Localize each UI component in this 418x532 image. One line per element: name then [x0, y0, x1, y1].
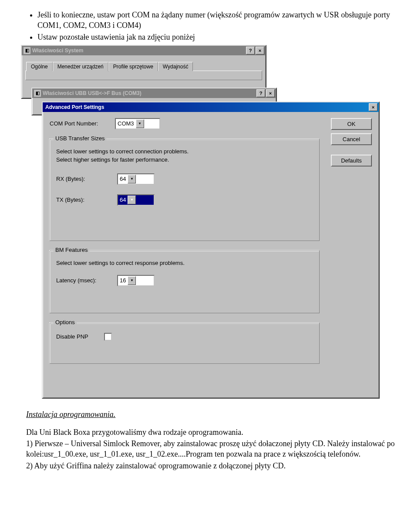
- bullet-item: Ustaw pozostałe ustawienia jak na zdjęci…: [37, 32, 401, 42]
- defaults-button[interactable]: Defaults: [331, 155, 372, 166]
- chevron-down-icon[interactable]: ▼: [136, 119, 144, 128]
- window-advanced-port-settings: Advanced Port Settings × COM Port Number…: [42, 102, 380, 399]
- com-port-label: COM Port Number:: [50, 120, 115, 127]
- tx-value: 64: [120, 197, 126, 203]
- help-button[interactable]: ?: [246, 47, 255, 54]
- tabs-system: Ogólne Menedżer urządzeń Profile sprzęto…: [25, 61, 262, 71]
- titlebar-system[interactable]: ◧ Właściwości System ? ×: [22, 46, 266, 55]
- tab-general[interactable]: Ogólne: [26, 62, 53, 71]
- help-text: Select higher settings for faster perfor…: [56, 156, 313, 163]
- tab-device-manager[interactable]: Menedżer urządzeń: [53, 62, 108, 71]
- rx-select[interactable]: 64 ▼: [117, 173, 155, 185]
- paragraph: 2) Aby użyć Griffina należy zainstalować…: [26, 461, 401, 471]
- help-text: Select lower settings to correct connect…: [56, 148, 313, 155]
- paragraph: Dla Uni Black Boxa przygotowaliśmy dwa r…: [26, 427, 401, 437]
- group-legend: USB Transfer Sizes: [54, 135, 106, 142]
- bullet-item: Jeśli to konieczne, ustaw port COM na żą…: [37, 10, 401, 31]
- titlebar-advanced[interactable]: Advanced Port Settings ×: [43, 102, 379, 112]
- group-bm-features: BM Features Select lower settings to cor…: [50, 251, 320, 313]
- tab-panel: [25, 71, 262, 80]
- disable-pnp-label: Disable PNP: [56, 333, 104, 340]
- tx-label: TX (Bytes):: [56, 197, 117, 203]
- titlebar-port[interactable]: ◧ Właściwości UBB USB<->F Bus (COM3) ? ×: [32, 88, 276, 98]
- chevron-down-icon[interactable]: ▼: [128, 175, 136, 183]
- screenshot-stack: ◧ Właściwości System ? × Ogólne Menedżer…: [21, 45, 382, 402]
- com-port-select[interactable]: COM3 ▼: [115, 118, 160, 129]
- section-heading-install: Instalacja oprogramowania.: [26, 410, 401, 419]
- paragraph: 1) Pierwsze – Universal Simlock Remover,…: [26, 438, 401, 460]
- rx-label: RX (Bytes):: [56, 176, 117, 182]
- help-button[interactable]: ?: [256, 89, 265, 97]
- group-legend: Options: [54, 319, 77, 325]
- tab-hardware-profiles[interactable]: Profile sprzętowe: [108, 62, 158, 71]
- intro-bullets: Jeśli to konieczne, ustaw port COM na żą…: [26, 10, 401, 42]
- title-text: Właściwości UBB USB<->F Bus (COM3): [41, 90, 256, 96]
- chevron-down-icon[interactable]: ▼: [128, 276, 136, 285]
- title-text: Właściwości System: [31, 47, 245, 54]
- dialog-buttons: OK Cancel Defaults: [331, 118, 372, 170]
- tab-performance[interactable]: Wydajność: [158, 62, 193, 71]
- title-text: Advanced Port Settings: [44, 104, 368, 110]
- port-icon: ◧: [34, 89, 41, 97]
- chevron-down-icon[interactable]: ▼: [128, 196, 136, 204]
- close-button[interactable]: ×: [256, 47, 264, 54]
- com-port-value: COM3: [118, 120, 134, 127]
- system-icon: ◧: [23, 47, 31, 54]
- tx-select[interactable]: 64 ▼: [117, 194, 155, 206]
- close-button[interactable]: ×: [369, 103, 378, 111]
- help-text: Select lower settings to correct respons…: [56, 260, 313, 266]
- latency-value: 16: [120, 277, 126, 284]
- rx-value: 64: [120, 176, 126, 182]
- group-usb-transfer: USB Transfer Sizes Select lower settings…: [50, 139, 320, 241]
- disable-pnp-checkbox[interactable]: [104, 333, 112, 341]
- ok-button[interactable]: OK: [331, 118, 372, 130]
- cancel-button[interactable]: Cancel: [331, 133, 372, 145]
- com-port-row: COM Port Number: COM3 ▼: [50, 118, 372, 129]
- group-legend: BM Features: [54, 247, 89, 253]
- latency-select[interactable]: 16 ▼: [117, 275, 155, 286]
- group-options: Options Disable PNP: [50, 323, 320, 364]
- close-button[interactable]: ×: [266, 89, 275, 97]
- latency-label: Latency (msec):: [56, 277, 117, 284]
